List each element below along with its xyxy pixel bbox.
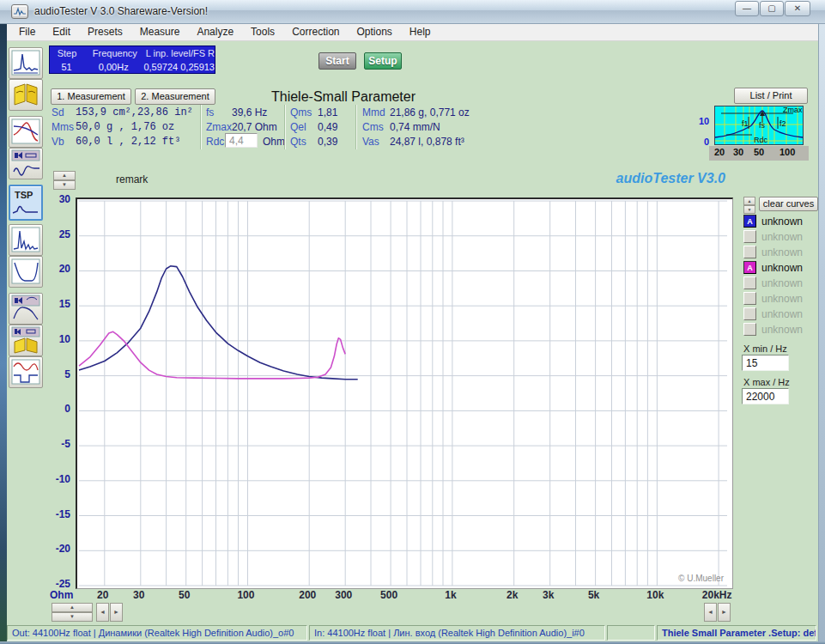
vb-label: Vb (52, 136, 64, 148)
curve-marker[interactable] (743, 292, 756, 305)
spectrum-analyzer-icon[interactable] (9, 47, 43, 79)
menu-tools[interactable]: Tools (242, 24, 283, 40)
status-input-device: In: 44100Hz float | Лин. вход (Realtek H… (309, 625, 605, 641)
rdc-input[interactable] (225, 133, 258, 148)
divider (200, 105, 202, 149)
curve-marker[interactable]: A (743, 215, 756, 228)
down-arrow-icon[interactable]: ▼ (52, 612, 93, 622)
menu-presets[interactable]: Presets (79, 24, 131, 40)
x-min-label: X min / Hz (743, 343, 787, 354)
menu-correction[interactable]: Correction (283, 24, 348, 40)
menu-file[interactable]: File (7, 24, 44, 40)
curve-row[interactable]: unknown (743, 323, 821, 337)
qel-value: 0,49 (318, 121, 337, 133)
qts-label: Qts (290, 136, 306, 148)
scroll-right-button[interactable]: ► (110, 603, 123, 622)
curve-marker[interactable] (743, 230, 756, 243)
x-tick-label: 10k (646, 589, 664, 601)
x-max-input[interactable] (742, 388, 789, 404)
status-output-device: Out: 44100Hz float | Динамики (Realtek H… (7, 625, 307, 641)
speaker-lowpass-icon[interactable] (9, 293, 43, 325)
setup-button[interactable]: Setup (364, 52, 402, 70)
signal-book-icon[interactable] (9, 79, 43, 111)
curve-marker[interactable] (743, 307, 756, 320)
curve-row[interactable]: unknown (743, 230, 821, 244)
y-tick-label: 20 (39, 263, 70, 275)
clear-curves-button[interactable]: clear curves (759, 197, 818, 211)
maximize-icon[interactable]: ▢ (760, 1, 784, 16)
vas-label: Vas (362, 136, 379, 148)
x-tick-label: 5k (588, 589, 599, 601)
menu-measure[interactable]: Measure (131, 24, 189, 40)
y-scale-stepper[interactable]: ▲ ▼ (52, 603, 93, 622)
menu-options[interactable]: Options (348, 24, 400, 40)
status-bar: Out: 44100Hz float | Динамики (Realtek H… (7, 624, 818, 641)
x-tick-label: 30 (133, 589, 144, 601)
curve-row[interactable]: unknown (743, 292, 821, 306)
y-tick-label: -20 (39, 543, 70, 555)
curve-marker[interactable] (743, 276, 756, 289)
up-arrow-icon[interactable]: ▲ (52, 603, 93, 612)
x-tick-label: 20 (97, 589, 108, 601)
curve-label: unknown (761, 308, 803, 320)
menu-analyze[interactable]: Analyze (188, 24, 242, 40)
impedance-chart: © U.Mueller (76, 197, 733, 589)
y-axis-labels: 302520151050-5-10-15-20-25 (39, 197, 72, 589)
curve-select-stepper[interactable]: ▲ ▼ (743, 197, 755, 214)
list-print-button[interactable]: List / Print (734, 88, 808, 104)
speaker-sweep-icon[interactable] (9, 148, 43, 179)
y-tick-label: -10 (39, 473, 70, 485)
fs-label: fs (206, 106, 214, 118)
sd-label: Sd (52, 106, 64, 118)
fs-value: 39,6 Hz (232, 106, 267, 118)
cms-label: Cms (362, 121, 384, 133)
x-tick-label: 3k (543, 589, 554, 601)
remark-label: remark (116, 173, 148, 185)
frequency-response-icon[interactable] (9, 116, 43, 148)
y-tick-label: 15 (39, 298, 70, 310)
frequency-value: 0,00Hz (83, 60, 143, 74)
measurement-1-button[interactable]: 1. Measurement (51, 88, 131, 105)
up-arrow-icon[interactable]: ▲ (53, 171, 76, 180)
y-tick-label: 5 (39, 368, 70, 380)
mini-xtick-100: 100 (780, 147, 795, 157)
curve-row[interactable]: A unknown (743, 215, 821, 228)
start-button[interactable]: Start (318, 52, 356, 70)
tsp-icon[interactable]: TSP (9, 185, 43, 221)
zmax-value: 20,7 Ohm (232, 121, 277, 133)
x-tick-label: 300 (335, 589, 352, 601)
tsp-icon-label: TSP (15, 190, 33, 200)
mini-rdc-label: Rdc (754, 136, 768, 144)
sweep-status-panel: Step Frequency L inp. level/FS R 51 0,00… (49, 46, 215, 74)
speaker-book-icon[interactable] (9, 325, 43, 356)
x-max-label: X max / Hz (743, 377, 790, 387)
scroll-left-button[interactable]: ◄ (704, 603, 717, 622)
curve-row[interactable]: unknown (743, 246, 821, 259)
scroll-right-button[interactable]: ► (718, 603, 731, 622)
x-tick-label: 100 (237, 589, 254, 601)
curve-marker[interactable] (743, 323, 756, 336)
spectrum-peaks-icon[interactable] (9, 224, 43, 256)
scroll-left-button[interactable]: ◄ (96, 603, 109, 622)
menu-edit[interactable]: Edit (44, 24, 79, 40)
curve-row[interactable]: A unknown (743, 261, 821, 275)
up-arrow-icon[interactable]: ▲ (743, 197, 755, 205)
curve-row[interactable]: unknown (743, 307, 821, 321)
y-tick-label: 30 (39, 193, 70, 205)
curve-marker[interactable]: A (743, 261, 756, 274)
mini-x-axis: 20 30 50 100 (709, 146, 809, 161)
waveform-icon[interactable] (9, 356, 43, 388)
vb-value: 60,0 l , 2,12 ft³ (76, 136, 180, 148)
x-min-input[interactable] (742, 355, 789, 371)
curve-marker[interactable] (743, 246, 756, 258)
minimize-icon[interactable]: — (735, 1, 759, 16)
remark-stepper[interactable]: ▲ ▼ (53, 171, 76, 190)
down-arrow-icon[interactable]: ▼ (53, 180, 76, 190)
curve-row[interactable]: unknown (743, 276, 821, 290)
distortion-curve-icon[interactable] (9, 256, 43, 288)
measurement-2-button[interactable]: 2. Measurement (135, 88, 215, 105)
menu-help[interactable]: Help (401, 24, 440, 40)
close-icon[interactable]: ✕ (785, 1, 810, 16)
mini-f2-label: f2 (780, 119, 786, 128)
down-arrow-icon[interactable]: ▼ (743, 205, 755, 214)
